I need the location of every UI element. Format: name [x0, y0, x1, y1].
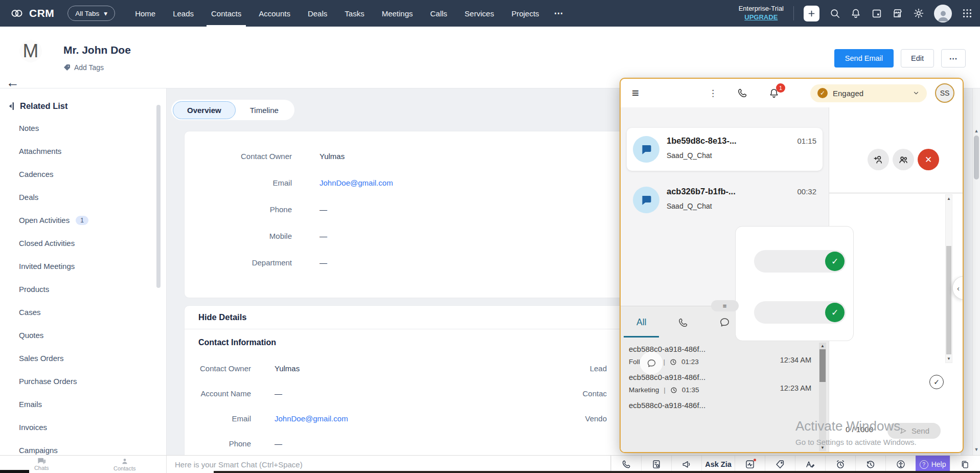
field-value[interactable]: JohnDoe@gmail.com [320, 178, 393, 187]
field-value[interactable]: Yulmas [275, 364, 300, 373]
sidebar-item[interactable]: Emails [0, 393, 166, 416]
scroll-down-icon[interactable]: ▼ [946, 356, 952, 361]
field-value[interactable]: — [275, 389, 282, 398]
marketplace-icon[interactable] [892, 8, 903, 19]
send-email-button[interactable]: Send Email [834, 49, 894, 67]
search-icon[interactable] [829, 8, 840, 19]
ask-zia-button[interactable]: Ask Zia [701, 456, 735, 473]
field-value[interactable]: JohnDoe@gmail.com [275, 414, 348, 423]
back-button[interactable]: ← [6, 76, 19, 89]
tag-tool[interactable] [765, 456, 795, 473]
settings-gear-icon[interactable] [913, 8, 924, 19]
nav-tab[interactable]: Tasks [336, 0, 373, 27]
announcement-tool[interactable] [671, 456, 701, 473]
panel-drag-handle[interactable]: ≡ [711, 300, 739, 311]
upgrade-link[interactable]: UPGRADE [739, 13, 784, 22]
nav-tab[interactable]: Leads [164, 0, 202, 27]
quick-create-button[interactable] [804, 6, 819, 21]
field-value[interactable]: — [275, 439, 282, 448]
help-button[interactable]: ? Help [916, 456, 950, 473]
tab-all[interactable]: All [621, 306, 662, 339]
sidebar-item[interactable]: Invited Meetings [0, 255, 166, 278]
nav-tab[interactable]: Accounts [250, 0, 299, 27]
tab-calls[interactable] [662, 306, 703, 339]
sidebar-item[interactable]: Notes [0, 117, 166, 140]
widget-bell-icon[interactable]: 1 [768, 87, 780, 99]
sidebar-item[interactable]: Purchase Orders [0, 370, 166, 393]
field-value[interactable]: — [320, 232, 327, 240]
sidebar-scrollbar[interactable] [156, 105, 161, 288]
notifications-bell-icon[interactable] [850, 8, 861, 19]
sidebar-item[interactable]: Closed Activities [0, 232, 166, 255]
accessibility-tool[interactable] [885, 456, 916, 473]
conversation-item[interactable]: ecb588c0-a918-486f... Marketing | 01:35 … [629, 373, 811, 394]
sidebar-item[interactable]: Open Activities 1 [0, 209, 166, 232]
conference-button[interactable] [893, 149, 914, 170]
sidebar-item[interactable]: Deals [0, 186, 166, 209]
all-tabs-dropdown[interactable]: All Tabs ▾ [67, 6, 115, 21]
sidebar-item[interactable]: Campaigns [0, 439, 166, 455]
field-value[interactable]: — [320, 258, 327, 267]
sidebar-item[interactable]: Sales Orders [0, 347, 166, 370]
nav-tab[interactable]: Contacts [202, 0, 250, 27]
scroll-down-icon[interactable]: ▼ [973, 447, 980, 452]
view-tab[interactable]: Timeline [236, 101, 293, 119]
sidebar-item[interactable]: Invoices [0, 416, 166, 439]
sidebar-item[interactable]: Quotes [0, 324, 166, 347]
session-item[interactable]: 1be59d8c-8e13-...01:15 Saad_Q_Chat [627, 128, 823, 171]
dialer-phone-icon[interactable] [737, 87, 748, 99]
add-tags-button[interactable]: Add Tags [63, 63, 104, 72]
nav-tab[interactable]: Deals [299, 0, 336, 27]
contact-avatar[interactable]: M [19, 40, 42, 62]
end-call-button[interactable]: ✕ [918, 149, 939, 170]
agent-status-dropdown[interactable]: ✓ Engaged [810, 84, 927, 102]
conversation-item[interactable]: ecb588c0-a918-486f... | [629, 401, 811, 422]
calendar-icon[interactable] [871, 8, 882, 19]
scroll-down-icon[interactable]: ▼ [819, 445, 826, 450]
page-scrollbar-thumb[interactable] [974, 136, 979, 179]
menu-hamburger-icon[interactable]: ≡ [632, 87, 639, 99]
field-value[interactable]: Yulmas [320, 152, 345, 161]
sidebar-item[interactable]: Cadences [0, 163, 166, 186]
scroll-up-icon[interactable]: ▲ [946, 196, 952, 201]
nav-tab[interactable]: Calls [422, 0, 456, 27]
user-avatar[interactable] [934, 5, 952, 22]
nav-tab[interactable]: Meetings [373, 0, 422, 27]
conversation-scrollbar[interactable]: ▲ ▼ [819, 343, 826, 451]
transfer-call-button[interactable] [868, 149, 889, 170]
reminder-tool[interactable] [825, 456, 855, 473]
view-tab[interactable]: Overview [173, 101, 236, 119]
collapse-panel-tab[interactable]: ‹ [952, 276, 964, 300]
sidebar-item[interactable]: Cases [0, 301, 166, 324]
sidebar-item[interactable]: Attachments [0, 140, 166, 163]
contacts-tab[interactable]: Contacts [83, 456, 167, 473]
phone-tool[interactable] [611, 456, 641, 473]
edit-button[interactable]: Edit [901, 49, 934, 67]
nav-tab[interactable]: Home [126, 0, 164, 27]
nav-tab[interactable]: Projects [503, 0, 548, 27]
agent-avatar[interactable]: SS [935, 83, 954, 103]
field-value[interactable]: — [320, 205, 327, 214]
apps-grid-icon[interactable] [962, 8, 973, 19]
activity-tool[interactable] [735, 456, 765, 473]
more-actions-button[interactable]: ⋯ [941, 49, 966, 67]
form-tool[interactable] [641, 456, 671, 473]
kebab-menu-icon[interactable]: ⋮ [709, 88, 717, 99]
collapse-panel-icon[interactable] [7, 102, 15, 110]
scrollbar-thumb[interactable] [946, 246, 951, 354]
transcript-scrollbar[interactable]: ▲ ▼ [945, 194, 952, 363]
nav-tab[interactable]: Services [456, 0, 503, 27]
sidebar-item[interactable]: Products [0, 278, 166, 301]
scroll-up-icon[interactable]: ▲ [819, 344, 826, 348]
session-item[interactable]: acb326b7-b1fb-...00:32 Saad_Q_Chat [627, 178, 823, 221]
smart-chat-input[interactable] [175, 460, 610, 469]
history-tool[interactable] [855, 456, 885, 473]
copy-tool[interactable] [950, 456, 980, 473]
page-scrollbar[interactable]: ▲ ▼ [972, 88, 980, 455]
crm-logo[interactable]: CRM [9, 7, 54, 20]
scrollbar-thumb[interactable] [819, 349, 826, 382]
zia-sketch-tool[interactable] [795, 456, 825, 473]
mark-done-icon[interactable]: ✓ [929, 375, 944, 389]
nav-more-button[interactable]: ⋯ [548, 8, 571, 19]
send-button[interactable]: Send [887, 423, 941, 439]
